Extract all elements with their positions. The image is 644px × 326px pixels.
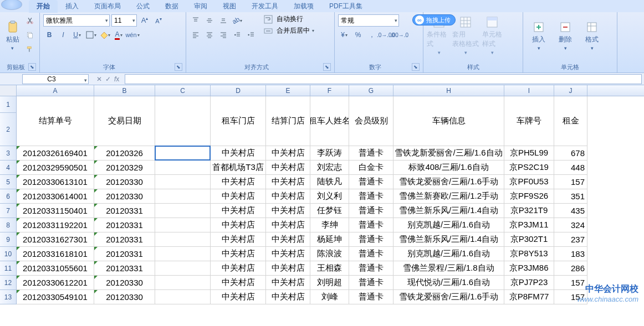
align-center-button[interactable] <box>203 29 216 41</box>
data-cell[interactable] <box>155 189 211 204</box>
data-cell[interactable]: 京P302T1 <box>504 232 554 247</box>
align-dialog-launcher[interactable]: ⬊ <box>323 63 331 71</box>
office-button[interactable] <box>1 0 22 10</box>
data-cell[interactable]: 20120331 <box>94 204 155 218</box>
increase-indent-button[interactable] <box>245 29 257 41</box>
col-header[interactable]: H <box>393 85 504 96</box>
data-cell[interactable]: 雪佛兰新乐风/三厢/1.4自动 <box>393 232 504 247</box>
data-cell[interactable]: 中关村店 <box>266 146 310 161</box>
enter-formula-button[interactable]: ✓ <box>105 75 111 83</box>
row-header[interactable]: 2 <box>0 113 17 146</box>
data-cell[interactable]: 普通卡 <box>349 218 393 232</box>
data-cell[interactable]: 中关村店 <box>266 204 310 218</box>
cells-area[interactable]: 结算单号交易日期租车门店结算门店租车人姓名会员级别车辆信息车牌号租金201203… <box>17 96 644 304</box>
data-cell[interactable]: 京PS2C19 <box>504 161 554 175</box>
data-cell[interactable]: 京PF0U53 <box>504 175 554 189</box>
data-cell[interactable]: 20120330614001 <box>17 189 94 204</box>
col-header[interactable]: D <box>211 85 266 96</box>
data-cell[interactable]: 中关村店 <box>211 146 266 161</box>
data-cell[interactable]: 183 <box>554 247 587 261</box>
insert-cells-button[interactable]: 插入▾ <box>527 14 551 56</box>
data-cell[interactable]: 20120331 <box>94 247 155 261</box>
data-cell[interactable]: 20120329 <box>94 161 155 175</box>
tab-8[interactable]: 加载项 <box>286 0 321 13</box>
data-cell[interactable]: 别克凯越/三厢/1.6自动 <box>393 247 504 261</box>
data-cell[interactable]: 中关村店 <box>211 247 266 261</box>
data-cell[interactable] <box>155 276 211 290</box>
data-cell[interactable]: 京P3JM11 <box>504 218 554 232</box>
data-cell[interactable]: 20120331 <box>94 232 155 247</box>
header-cell[interactable]: 结算单号 <box>17 96 94 146</box>
fill-color-button[interactable]: ▾ <box>99 29 111 41</box>
header-cell[interactable]: 结算门店 <box>266 96 310 146</box>
tab-9[interactable]: PDF工具集 <box>321 0 370 13</box>
align-right-button[interactable] <box>217 29 229 41</box>
data-cell[interactable]: 20120331150401 <box>17 204 94 218</box>
clipboard-dialog-launcher[interactable]: ⬊ <box>28 63 36 71</box>
data-cell[interactable]: 20120330613101 <box>17 175 94 189</box>
data-cell[interactable]: 中关村店 <box>266 276 310 290</box>
data-cell[interactable]: 20120331 <box>94 261 155 276</box>
data-cell[interactable]: 中关村店 <box>266 175 310 189</box>
grow-font-button[interactable]: A▴ <box>139 14 151 27</box>
header-cell[interactable]: 会员级别 <box>349 96 393 146</box>
formula-input[interactable] <box>125 74 642 84</box>
data-cell[interactable]: 雪佛兰景程/三厢/1.8自动 <box>393 261 504 276</box>
cancel-formula-button[interactable]: ✕ <box>96 75 102 83</box>
data-cell[interactable]: 陆轶凡 <box>310 175 349 189</box>
decrease-decimal-button[interactable]: .00→.0 <box>393 29 406 41</box>
merge-center-button[interactable]: 合并后居中▾ <box>264 26 314 35</box>
row-header[interactable]: 13 <box>0 290 17 304</box>
data-cell[interactable]: 20120331618101 <box>17 247 94 261</box>
data-cell[interactable]: 京P3JM86 <box>504 261 554 276</box>
accounting-format-button[interactable]: ¥▾ <box>338 29 350 41</box>
col-header[interactable]: A <box>17 85 94 96</box>
data-cell[interactable]: 中关村店 <box>266 218 310 232</box>
row-header[interactable]: 6 <box>0 189 17 204</box>
row-header[interactable]: 9 <box>0 232 17 247</box>
row-header[interactable]: 3 <box>0 146 17 161</box>
data-cell[interactable]: 李跃涛 <box>310 146 349 161</box>
data-cell[interactable]: 京P321T9 <box>504 204 554 218</box>
tab-7[interactable]: 开发工具 <box>244 0 286 13</box>
font-size-combo[interactable]: 11▾ <box>111 14 137 27</box>
data-cell[interactable]: 白金卡 <box>349 161 393 175</box>
data-cell[interactable]: 20120330 <box>94 290 155 304</box>
data-cell[interactable]: 中关村店 <box>211 189 266 204</box>
data-cell[interactable]: 中关村店 <box>266 261 310 276</box>
data-cell[interactable] <box>155 290 211 304</box>
data-cell[interactable]: 京P8Y513 <box>504 247 554 261</box>
row-header[interactable]: 8 <box>0 218 17 232</box>
percent-button[interactable]: % <box>352 29 364 41</box>
row-header[interactable]: 10 <box>0 247 17 261</box>
col-header[interactable]: E <box>266 85 310 96</box>
tab-5[interactable]: 审阅 <box>186 0 215 13</box>
paste-button[interactable]: 粘贴 ▾ <box>3 14 22 56</box>
underline-button[interactable]: U▾ <box>71 29 83 41</box>
align-left-button[interactable] <box>190 29 202 41</box>
header-cell[interactable]: 租车人姓名 <box>310 96 349 146</box>
row-header[interactable]: 12 <box>0 276 17 290</box>
data-cell[interactable] <box>155 218 211 232</box>
tab-0[interactable]: 开始 <box>29 0 58 13</box>
data-cell[interactable]: 刘明超 <box>310 276 349 290</box>
data-cell[interactable]: 中关村店 <box>211 204 266 218</box>
data-cell[interactable]: 刘宏志 <box>310 161 349 175</box>
data-cell[interactable]: 中关村店 <box>211 218 266 232</box>
font-color-button[interactable]: A▾ <box>113 29 125 41</box>
data-cell[interactable] <box>155 161 211 175</box>
data-cell[interactable]: 678 <box>554 146 587 161</box>
copy-button[interactable] <box>24 29 36 41</box>
data-cell[interactable]: 20120331627301 <box>17 232 94 247</box>
data-cell[interactable]: 20120326169401 <box>17 146 94 161</box>
italic-button[interactable]: I <box>57 29 69 41</box>
data-cell[interactable]: 中关村店 <box>211 290 266 304</box>
data-cell[interactable]: 中关村店 <box>211 232 266 247</box>
header-cell[interactable] <box>155 96 211 146</box>
data-cell[interactable]: 别克凯越/三厢/1.6自动 <box>393 218 504 232</box>
data-cell[interactable]: 435 <box>554 204 587 218</box>
number-format-combo[interactable]: 常规▾ <box>338 14 399 27</box>
data-cell[interactable]: 王相森 <box>310 261 349 276</box>
data-cell[interactable]: 普通卡 <box>349 232 393 247</box>
number-dialog-launcher[interactable]: ⬊ <box>412 63 420 71</box>
